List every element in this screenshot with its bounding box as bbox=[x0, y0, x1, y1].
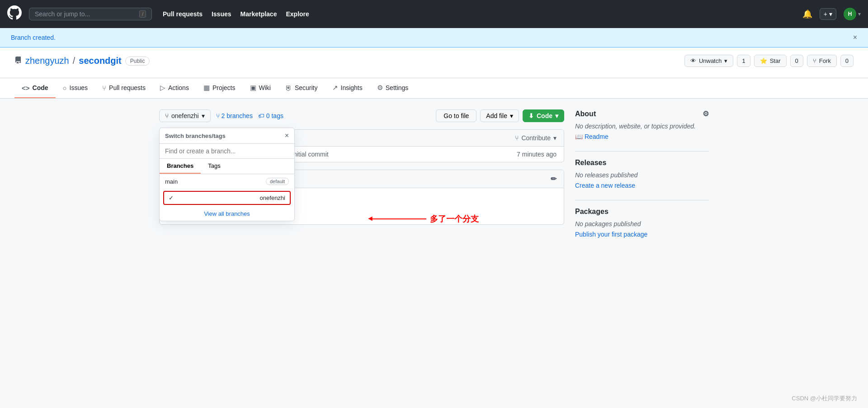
repo-name-link[interactable]: secondgit bbox=[79, 56, 121, 66]
banner-message: Branch created. bbox=[11, 34, 56, 41]
sidebar-divider-2 bbox=[575, 200, 709, 200]
about-settings-icon[interactable]: ⚙ bbox=[703, 109, 709, 118]
tab-wiki[interactable]: ▣ Wiki bbox=[243, 78, 278, 98]
nav-issues[interactable]: Issues bbox=[212, 10, 231, 18]
repo-title-row: zhengyuzh / secondgit Public 👁 Unwatch ▾… bbox=[14, 55, 854, 67]
content-area: ⑂ onefenzhi ▾ ⑂ 2 branches 🏷 0 tags Go t… bbox=[159, 109, 564, 249]
tab-insights[interactable]: ↗ Insights bbox=[325, 78, 370, 98]
view-all-branches-link[interactable]: View all branches bbox=[160, 207, 294, 221]
check-icon: ✓ bbox=[169, 195, 174, 201]
contribute-chevron-icon: ▾ bbox=[553, 134, 557, 142]
releases-text: No releases published bbox=[575, 171, 709, 180]
github-logo-icon[interactable] bbox=[7, 5, 22, 23]
repo-header: zhengyuzh / secondgit Public 👁 Unwatch ▾… bbox=[0, 47, 868, 78]
unwatch-button[interactable]: 👁 Unwatch ▾ bbox=[684, 55, 734, 67]
add-file-chevron-icon: ▾ bbox=[510, 112, 513, 119]
branch-info: ⑂ 2 branches 🏷 0 tags bbox=[216, 112, 283, 119]
switch-tabs: Branches Tags bbox=[160, 159, 294, 174]
chevron-down-icon: ▾ bbox=[829, 10, 832, 18]
about-heading: About ⚙ bbox=[575, 109, 709, 118]
search-bar[interactable]: Search or jump to... / bbox=[29, 8, 152, 20]
packages-heading: Packages bbox=[575, 208, 709, 216]
packages-section: Packages No packages published Publish y… bbox=[575, 208, 709, 238]
branch-dropdown-button[interactable]: ⑂ onefenzhi ▾ bbox=[159, 109, 211, 122]
settings-icon: ⚙ bbox=[377, 84, 383, 92]
about-text: No description, website, or topics provi… bbox=[575, 122, 709, 131]
sidebar-divider-1 bbox=[575, 151, 709, 152]
book-icon: 📖 bbox=[575, 133, 583, 140]
notification-icon[interactable]: 🔔 bbox=[802, 9, 812, 19]
switch-dropdown-header: Switch branches/tags × bbox=[160, 128, 294, 144]
navbar-links: Pull requests Issues Marketplace Explore bbox=[163, 10, 309, 18]
branch-item-onefenzhi[interactable]: ✓ onefenzhi 多了一个分支 bbox=[163, 191, 291, 205]
avatar: H bbox=[844, 8, 856, 20]
projects-icon: ▦ bbox=[203, 84, 210, 92]
branch-icon: ⑂ bbox=[165, 112, 169, 119]
repo-owner-link[interactable]: zhengyuzh bbox=[25, 56, 69, 66]
releases-heading: Releases bbox=[575, 159, 709, 167]
main-content: ⑂ onefenzhi ▾ ⑂ 2 branches 🏷 0 tags Go t… bbox=[145, 99, 723, 260]
tab-issues[interactable]: ○ Issues bbox=[56, 78, 95, 98]
repo-separator: / bbox=[73, 56, 75, 66]
branches-count-link[interactable]: ⑂ 2 branches bbox=[216, 112, 253, 119]
branch-item-main-name: main bbox=[165, 178, 178, 185]
switch-tab-tags[interactable]: Tags bbox=[201, 159, 227, 174]
search-slash: / bbox=[139, 10, 146, 18]
search-placeholder: Search or jump to... bbox=[35, 10, 90, 18]
security-icon: ⛨ bbox=[285, 84, 292, 92]
add-file-button[interactable]: Add file ▾ bbox=[480, 109, 519, 122]
branch-item-main[interactable]: main default bbox=[160, 174, 294, 189]
plus-icon: + bbox=[824, 10, 827, 18]
repo-icon bbox=[14, 57, 22, 66]
tab-settings[interactable]: ⚙ Settings bbox=[370, 78, 416, 98]
tab-code[interactable]: <> Code bbox=[14, 78, 56, 98]
star-button[interactable]: ⭐ Star bbox=[754, 55, 787, 67]
file-commit-message: Initial commit bbox=[292, 151, 517, 158]
branch-list: main default ✓ onefenzhi 多了一个分支 bbox=[160, 174, 294, 205]
star-count: 0 bbox=[790, 55, 803, 67]
code-icon: <> bbox=[22, 84, 30, 92]
edit-icon[interactable]: ✏ bbox=[551, 175, 557, 183]
branch-search-input[interactable] bbox=[160, 144, 294, 159]
user-menu[interactable]: H ▾ bbox=[844, 8, 861, 20]
branch-count-icon: ⑂ bbox=[216, 112, 220, 119]
tab-actions[interactable]: ▷ Actions bbox=[153, 78, 196, 98]
nav-marketplace[interactable]: Marketplace bbox=[241, 10, 277, 18]
branch-bar: ⑂ onefenzhi ▾ ⑂ 2 branches 🏷 0 tags Go t… bbox=[159, 109, 564, 122]
branch-default-badge: default bbox=[266, 178, 289, 185]
navbar-right: 🔔 + ▾ H ▾ bbox=[802, 8, 861, 20]
switch-branches-dropdown: Switch branches/tags × Branches Tags mai… bbox=[159, 128, 295, 221]
publish-package-link[interactable]: Publish your first package bbox=[575, 231, 709, 238]
code-button[interactable]: ⬇ Code ▾ bbox=[523, 109, 564, 122]
tab-projects[interactable]: ▦ Projects bbox=[196, 78, 243, 98]
about-section: About ⚙ No description, website, or topi… bbox=[575, 109, 709, 140]
star-icon: ⭐ bbox=[760, 57, 767, 64]
repo-tabs: <> Code ○ Issues ⑂ Pull requests ▷ Actio… bbox=[0, 78, 868, 99]
readme-link[interactable]: 📖 Readme bbox=[575, 133, 709, 140]
wiki-icon: ▣ bbox=[250, 84, 256, 92]
tags-count-link[interactable]: 🏷 0 tags bbox=[258, 112, 283, 119]
switch-tab-branches[interactable]: Branches bbox=[160, 159, 201, 174]
switch-dropdown-close-button[interactable]: × bbox=[285, 132, 289, 140]
new-item-button[interactable]: + ▾ bbox=[820, 8, 836, 20]
banner-close-button[interactable]: × bbox=[853, 33, 857, 42]
nav-explore[interactable]: Explore bbox=[286, 10, 309, 18]
tab-pull-requests[interactable]: ⑂ Pull requests bbox=[95, 78, 153, 98]
tab-security[interactable]: ⛨ Security bbox=[278, 78, 325, 98]
fork-icon: ⑂ bbox=[813, 57, 816, 64]
chevron-down-icon: ▾ bbox=[724, 57, 727, 64]
branch-dropdown-chevron-icon: ▾ bbox=[202, 112, 205, 119]
contribute-button[interactable]: ⑂ Contribute ▾ bbox=[515, 134, 557, 142]
code-btn-icon: ⬇ bbox=[528, 112, 534, 119]
sidebar: About ⚙ No description, website, or topi… bbox=[575, 109, 709, 249]
packages-text: No packages published bbox=[575, 219, 709, 229]
create-release-link[interactable]: Create a new release bbox=[575, 182, 709, 189]
tag-icon: 🏷 bbox=[258, 112, 264, 119]
nav-pull-requests[interactable]: Pull requests bbox=[163, 10, 203, 18]
current-branch-name: onefenzhi bbox=[171, 112, 199, 119]
branch-bar-right: Go to file Add file ▾ ⬇ Code ▾ bbox=[436, 109, 564, 122]
releases-section: Releases No releases published Create a … bbox=[575, 159, 709, 189]
code-btn-chevron-icon: ▾ bbox=[555, 112, 558, 119]
fork-button[interactable]: ⑂ Fork bbox=[807, 55, 837, 67]
go-to-file-button[interactable]: Go to file bbox=[436, 109, 476, 122]
